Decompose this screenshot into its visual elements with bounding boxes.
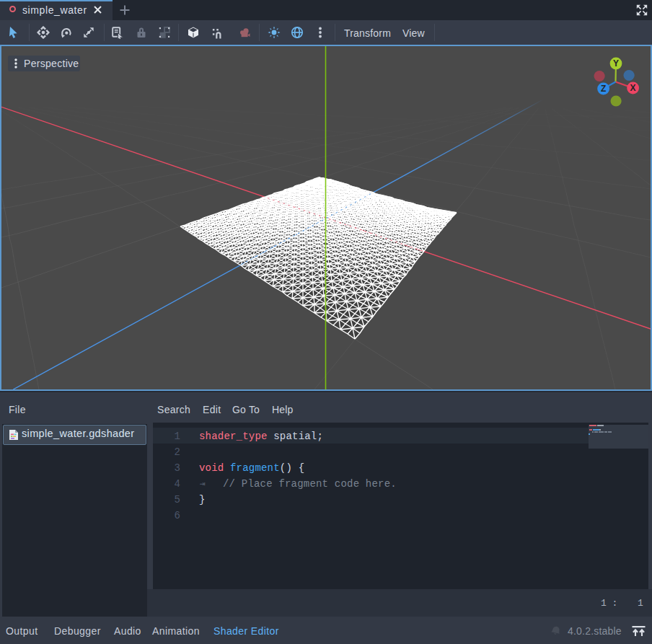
svg-text:Y: Y [613, 58, 619, 69]
svg-text:X: X [630, 83, 636, 93]
svg-text:Z: Z [601, 84, 606, 94]
